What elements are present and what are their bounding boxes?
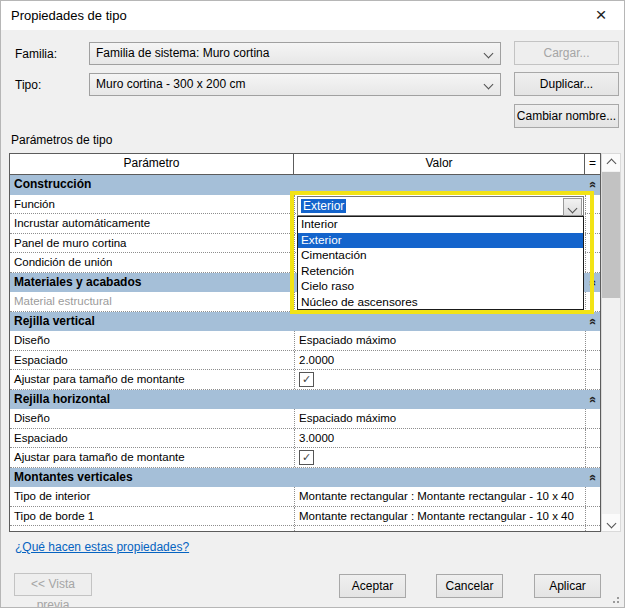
param-row: Tipo de borde 2Montante rectangular : Mo… [10,526,600,532]
vista-previa-button[interactable]: << Vista previa [14,573,92,596]
help-link[interactable]: ¿Qué hacen estas propiedades? [15,540,189,554]
section-label: Construcción [10,175,91,195]
collapse-section-icon[interactable]: « [584,318,601,325]
param-name-cell: Espaciado [10,351,294,370]
param-name-cell: Función [10,195,294,214]
col-header-valor: Valor [294,154,585,174]
title-bar: Propiedades de tipo × [1,1,625,30]
tipo-combobox[interactable]: Muro cortina - 300 x 200 cm [89,73,501,96]
param-name-cell: Tipo de borde 1 [10,507,294,526]
formula-cell [585,487,600,506]
collapse-section-icon[interactable]: « [584,279,601,286]
formula-cell [585,429,600,448]
section-label: Materiales y acabados [10,273,141,293]
param-name-cell: Material estructural [10,292,294,311]
dropdown-option[interactable]: Cielo raso [298,279,583,295]
param-value-cell[interactable]: ✓ [294,370,585,389]
aplicar-button[interactable]: Aplicar [534,574,601,598]
formula-cell [585,370,600,389]
scroll-down-icon[interactable] [602,514,620,531]
param-name-cell: Diseño [10,331,294,350]
scroll-up-icon[interactable] [602,154,620,171]
dropdown-option[interactable]: Interior [298,217,583,233]
param-row: Ajustar para tamaño de montante✓ [10,448,600,468]
combobox-selected-text: Exterior [301,199,346,213]
dropdown-option[interactable]: Núcleo de ascensores [298,295,583,311]
parametros-de-tipo-label: Parámetros de tipo [11,133,112,147]
section-row: Construcción« [10,175,600,195]
familia-value: Familia de sistema: Muro cortina [96,46,269,60]
dropdown-option[interactable]: Exterior [298,233,583,249]
formula-cell [585,253,600,272]
param-row: Espaciado3.0000 [10,429,600,449]
formula-cell [585,351,600,370]
param-value-cell[interactable]: Espaciado máximo [294,409,585,428]
param-row: Tipo de interiorMontante rectangular : M… [10,487,600,507]
dropdown-option[interactable]: Retención [298,264,583,280]
param-row: DiseñoEspaciado máximo [10,409,600,429]
param-row: Ajustar para tamaño de montante✓ [10,370,600,390]
chevron-down-icon[interactable] [563,198,582,216]
dropdown-option[interactable]: Cimentación [298,248,583,264]
formula-cell [585,214,600,233]
tipo-label: Tipo: [15,78,41,92]
vertical-scrollbar[interactable] [601,153,621,532]
checkbox-checked[interactable]: ✓ [299,372,314,387]
param-value-cell[interactable]: 3.0000 [294,429,585,448]
type-properties-dialog: { "window": { "title": "Propiedades de t… [0,0,625,608]
section-row: Rejilla horizontal« [10,390,600,410]
param-name-cell: Espaciado [10,429,294,448]
duplicar-button[interactable]: Duplicar... [514,72,619,96]
aceptar-button[interactable]: Aceptar [339,574,406,598]
param-name-cell: Condición de unión [10,253,294,272]
col-header-formula: = [585,154,600,174]
param-name-cell: Tipo de interior [10,487,294,506]
tipo-value: Muro cortina - 300 x 200 cm [96,77,245,91]
familia-label: Familia: [15,47,57,61]
param-row: Espaciado2.0000 [10,351,600,371]
section-label: Montantes verticales [10,468,133,488]
formula-cell [585,331,600,350]
param-row: DiseñoEspaciado máximo [10,331,600,351]
resize-grip[interactable] [611,595,619,603]
param-name-cell: Incrustar automáticamente [10,214,294,233]
formula-cell [585,195,600,214]
section-row: Rejilla vertical« [10,312,600,332]
param-value-cell[interactable]: Montante rectangular : Montante rectangu… [294,507,585,526]
table-header-row: Parámetro Valor = [10,154,600,175]
param-value-cell[interactable]: 2.0000 [294,351,585,370]
param-name-cell: Panel de muro cortina [10,234,294,253]
param-name-cell: Ajustar para tamaño de montante [10,370,294,389]
close-icon[interactable]: × [586,1,616,30]
param-value-cell[interactable]: Montante rectangular : Montante rectangu… [294,487,585,506]
collapse-section-icon[interactable]: « [584,474,601,481]
funcion-value-combobox[interactable]: Exterior [297,196,584,216]
param-name-cell: Diseño [10,409,294,428]
section-label: Rejilla horizontal [10,390,110,410]
formula-cell [585,234,600,253]
collapse-section-icon[interactable]: « [584,181,601,188]
col-header-parametro: Parámetro [10,154,294,174]
formula-cell [585,526,600,532]
section-label: Rejilla vertical [10,312,95,332]
param-value-cell[interactable]: Montante rectangular : Montante rectangu… [294,526,585,532]
checkbox-checked[interactable]: ✓ [299,450,314,465]
chevron-down-icon [484,80,494,90]
cambiar-nombre-button[interactable]: Cambiar nombre... [514,104,619,128]
formula-cell [585,507,600,526]
param-value-cell[interactable]: ✓ [294,448,585,467]
collapse-section-icon[interactable]: « [584,396,601,403]
param-row: Tipo de borde 1Montante rectangular : Mo… [10,507,600,527]
param-name-cell: Tipo de borde 2 [10,526,294,532]
window-title: Propiedades de tipo [11,1,127,30]
familia-combobox[interactable]: Familia de sistema: Muro cortina [89,42,501,65]
funcion-dropdown-list: InteriorExteriorCimentaciónRetenciónCiel… [297,216,584,310]
scrollbar-thumb[interactable] [602,172,620,298]
param-value-cell[interactable]: Espaciado máximo [294,331,585,350]
formula-cell [585,409,600,428]
cancelar-button[interactable]: Cancelar [436,574,503,598]
chevron-down-icon [484,49,494,59]
param-name-cell: Ajustar para tamaño de montante [10,448,294,467]
cargar-button[interactable]: Cargar... [514,41,619,65]
section-row: Montantes verticales« [10,468,600,488]
